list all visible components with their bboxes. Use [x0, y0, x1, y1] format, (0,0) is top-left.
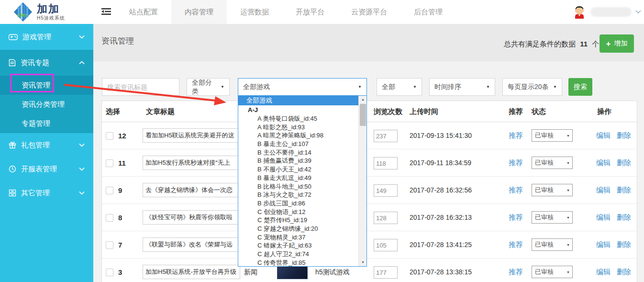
row-status-select[interactable]: 已审核 ▼ — [532, 266, 573, 278]
row-status-select[interactable]: 已审核 ▼ — [532, 184, 573, 196]
game-option[interactable]: A 暗影之怒_id:93 — [238, 123, 366, 132]
article-title-input[interactable] — [143, 156, 240, 170]
search-button[interactable]: 搜索 — [568, 78, 592, 96]
nav-site-config[interactable]: 站点配置 — [116, 0, 171, 24]
game-option[interactable]: B 暴走大乱逗_id:49 — [238, 174, 366, 182]
row-checkbox[interactable] — [106, 132, 113, 140]
views-count-input[interactable] — [374, 266, 398, 279]
delete-link[interactable]: 删除 — [617, 268, 631, 277]
article-title-input[interactable] — [143, 265, 240, 279]
game-option[interactable]: B 捕鱼赢话费_id:39 — [238, 157, 366, 165]
nav-operation-data[interactable]: 运营数据 — [227, 0, 282, 24]
game-option[interactable]: C 穿越之锦绣缘_id:20 — [238, 225, 366, 233]
delete-link[interactable]: 删除 — [617, 213, 631, 222]
game-option[interactable]: C 传奇世界_id:85 — [238, 259, 366, 267]
article-title-input[interactable] — [143, 210, 240, 225]
header-upload-time: 上传时间 — [410, 107, 438, 116]
recommend-link[interactable]: 推荐 — [509, 240, 523, 249]
delete-link[interactable]: 删除 — [617, 131, 631, 140]
edit-link[interactable]: 编辑 — [596, 186, 611, 195]
game-option[interactable]: B 暴走主公_id:107 — [238, 140, 366, 148]
sidebar-item-label: 开服表管理 — [21, 165, 57, 174]
views-count-input[interactable] — [374, 212, 398, 224]
row-checkbox[interactable] — [106, 214, 113, 222]
sidebar-item-news-topics[interactable]: 资讯专题 — [0, 50, 93, 76]
edit-link[interactable]: 编辑 — [596, 158, 611, 168]
row-status-select[interactable]: 已审核 ▼ — [532, 238, 573, 251]
sidebar-item-other-management[interactable]: 其它管理 — [0, 181, 93, 205]
edit-link[interactable]: 编辑 — [596, 131, 611, 140]
edit-link[interactable]: 编辑 — [596, 240, 611, 249]
sidebar-item-topic-management[interactable]: 专题管理 — [0, 114, 93, 133]
game-option[interactable]: B 不服小天王_id:42 — [238, 165, 366, 174]
row-status-select[interactable]: 已审核 ▼ — [532, 157, 573, 169]
edit-link[interactable]: 编辑 — [596, 268, 611, 277]
row-status-select[interactable]: 已审核 ▼ — [532, 211, 573, 224]
news-table-panel: 选择 文章标题 浏览次数 上传时间 推荐 状态 操作 12 2017-09-13… — [101, 101, 637, 282]
nav-backend-admin[interactable]: 后台管理 — [400, 0, 456, 24]
scroll-up-icon[interactable]: ▲ — [359, 96, 367, 103]
table-row: 9 2017-07-28 16:32:56 推荐 已审核 ▼ 编辑 删除 — [102, 177, 637, 204]
search-title-input[interactable] — [102, 78, 179, 96]
row-id: 11 — [118, 159, 126, 167]
row-checkbox[interactable] — [106, 159, 113, 167]
game-option[interactable]: C 楚乔传H5_id:19 — [238, 216, 366, 225]
row-id: 3 — [118, 268, 122, 276]
game-option[interactable]: C 超人守卫2_id:74 — [238, 250, 366, 259]
game-option[interactable]: C 错嫁太子妃_id:63 — [238, 241, 366, 250]
page-size-select[interactable]: 每页显示20条 ▼ — [502, 78, 562, 96]
row-status-select[interactable]: 已审核 ▼ — [532, 129, 573, 142]
game-option[interactable]: B 主公不要停_id:14 — [238, 148, 366, 157]
row-checkbox[interactable] — [106, 269, 113, 276]
views-count-input[interactable] — [374, 239, 398, 251]
collapse-sidebar-icon[interactable] — [101, 8, 111, 17]
nav-content-management[interactable]: 内容管理 — [171, 0, 227, 24]
delete-link[interactable]: 删除 — [617, 158, 631, 168]
article-title-input[interactable] — [143, 237, 240, 252]
game-option[interactable]: C 创业物语_id:12 — [238, 208, 366, 216]
add-button[interactable]: + 增加 — [600, 34, 634, 53]
views-count-input[interactable] — [374, 130, 398, 142]
game-option[interactable]: C 宠物精灵_id:37 — [238, 233, 366, 242]
dropdown-scrollbar[interactable]: ▲ ▼ — [358, 96, 366, 266]
game-option[interactable]: B 步战三国_id:86 — [238, 199, 366, 208]
upload-time: 2017-07-28 16:32:56 — [410, 186, 472, 194]
table-row: 12 2017-09-13 15:41:30 推荐 已审核 ▼ 编辑 删除 — [102, 122, 637, 149]
category-select[interactable]: 全部分类 ▼ — [187, 78, 230, 96]
sidebar-item-news-category-management[interactable]: 资讯分类管理 — [0, 95, 93, 114]
sidebar-item-server-schedule-management[interactable]: 开服表管理 — [0, 157, 93, 181]
game-option-selected[interactable]: 全部游戏 — [238, 96, 366, 105]
recommend-link[interactable]: 推荐 — [509, 213, 523, 222]
views-count-input[interactable] — [374, 184, 398, 197]
game-dropdown-list: 全部游戏 A-J A 奥特曼口袋版_id:45 A 暗影之怒_id:93 A 暗… — [238, 95, 367, 267]
recommend-link[interactable]: 推荐 — [509, 158, 523, 168]
nav-cloud-resources[interactable]: 云资源平台 — [338, 0, 400, 24]
status-filter-select[interactable]: 全部 ▼ — [377, 78, 422, 96]
game-option[interactable]: B 冰与火之歌_id:72 — [238, 191, 366, 199]
row-checkbox[interactable] — [106, 241, 113, 249]
sidebar-item-game-management[interactable]: 游戏管理 — [0, 24, 93, 50]
add-button-label: 增加 — [614, 39, 627, 48]
page-size-value: 每页显示20条 — [508, 83, 549, 91]
user-menu[interactable] — [572, 0, 641, 24]
delete-link[interactable]: 删除 — [617, 186, 631, 195]
recommend-link[interactable]: 推荐 — [509, 268, 523, 277]
nav-open-platform[interactable]: 开放平台 — [282, 0, 338, 24]
game-option[interactable]: A 暗黑之神策略版_id:98 — [238, 131, 366, 140]
sort-select[interactable]: 时间排序 ▼ — [429, 78, 495, 96]
delete-link[interactable]: 删除 — [617, 240, 631, 249]
article-title-input[interactable] — [143, 183, 240, 197]
edit-link[interactable]: 编辑 — [596, 213, 611, 222]
game-select[interactable]: 全部游戏 ▼ — [238, 78, 367, 96]
recommend-link[interactable]: 推荐 — [509, 186, 523, 195]
game-option[interactable]: A 奥特曼口袋版_id:45 — [238, 114, 366, 123]
recommend-link[interactable]: 推荐 — [509, 131, 523, 140]
sidebar-item-gift-management[interactable]: 礼包管理 — [0, 133, 93, 157]
views-count-input[interactable] — [374, 157, 398, 169]
row-checkbox[interactable] — [106, 187, 113, 194]
game-option[interactable]: B 比格斗地主_id:50 — [238, 182, 366, 191]
scroll-down-icon[interactable]: ▼ — [359, 259, 367, 266]
article-title-input[interactable] — [143, 128, 240, 143]
scrollbar-thumb[interactable] — [360, 104, 366, 126]
chevron-down-icon — [79, 191, 85, 195]
